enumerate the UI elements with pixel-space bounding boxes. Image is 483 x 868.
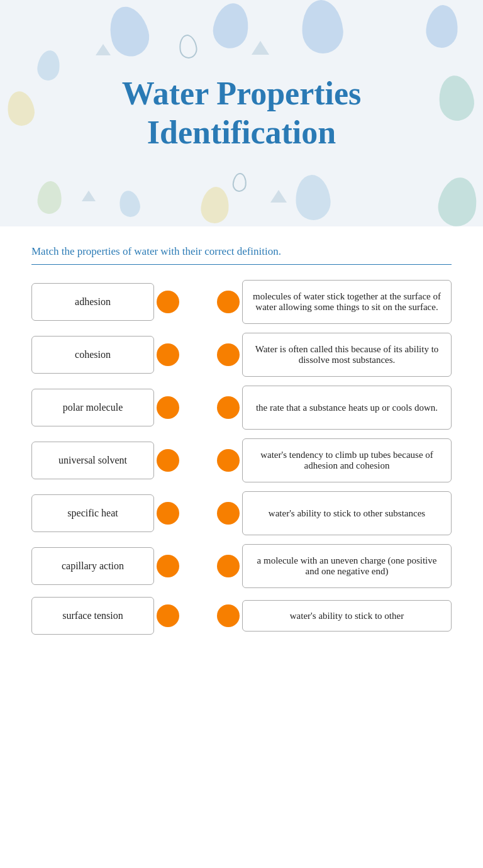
match-row-6: capillary action a molecule with an unev…: [31, 544, 452, 588]
term-box-surface-tension[interactable]: surface tension: [31, 597, 154, 635]
term-group-surface-tension: surface tension: [31, 597, 179, 635]
term-dot-universal[interactable]: [157, 449, 179, 472]
decoration-triangle: [96, 44, 111, 55]
def-box-5[interactable]: water's ability to stick to other substa…: [242, 491, 452, 535]
def-box-3[interactable]: the rate that a substance heats up or co…: [242, 386, 452, 430]
def-group-6: a molecule with an uneven charge (one po…: [217, 544, 452, 588]
match-row-3: polar molecule the rate that a substance…: [31, 386, 452, 430]
term-dot-capillary[interactable]: [157, 555, 179, 577]
term-box-universal[interactable]: universal solvent: [31, 442, 154, 479]
term-dot-cohesion[interactable]: [157, 343, 179, 366]
term-dot-polar[interactable]: [157, 396, 179, 419]
term-group-adhesion: adhesion: [31, 283, 179, 321]
def-group-7: water's ability to stick to other: [217, 600, 452, 632]
term-group-polar: polar molecule: [31, 389, 179, 426]
def-box-4[interactable]: water's tendency to climb up tubes becau…: [242, 438, 452, 482]
term-group-cohesion: cohesion: [31, 336, 179, 374]
term-box-polar[interactable]: polar molecule: [31, 389, 154, 426]
term-group-universal: universal solvent: [31, 442, 179, 479]
decoration-drop: [435, 174, 481, 226]
def-box-6[interactable]: a molecule with an uneven charge (one po…: [242, 544, 452, 588]
page-title: Water Properties Identification: [122, 74, 362, 153]
decoration-triangle: [252, 41, 269, 55]
term-dot-adhesion[interactable]: [157, 291, 179, 313]
decoration-drop: [294, 174, 332, 222]
def-dot-7[interactable]: [217, 604, 240, 627]
match-row-1: adhesion molecules of water stick togeth…: [31, 280, 452, 324]
def-dot-2[interactable]: [217, 343, 240, 366]
decoration-drop: [436, 74, 476, 123]
match-row-7: surface tension water's ability to stick…: [31, 597, 452, 635]
def-box-7[interactable]: water's ability to stick to other: [242, 600, 452, 632]
decoration-drop: [36, 180, 63, 214]
def-dot-1[interactable]: [217, 291, 240, 313]
decoration-drop: [117, 189, 142, 219]
def-box-2[interactable]: Water is often called this because of it…: [242, 333, 452, 377]
term-dot-specific-heat[interactable]: [157, 502, 179, 525]
decoration-triangle: [270, 190, 287, 203]
def-group-4: water's tendency to climb up tubes becau…: [217, 438, 452, 482]
decoration-drop: [36, 49, 62, 82]
term-box-specific-heat[interactable]: specific heat: [31, 494, 154, 532]
def-group-3: the rate that a substance heats up or co…: [217, 386, 452, 430]
match-row-2: cohesion Water is often called this beca…: [31, 333, 452, 377]
decoration-drop: [199, 186, 231, 225]
decoration-drop: [210, 1, 252, 51]
header-area: Water Properties Identification: [0, 0, 483, 226]
def-group-2: Water is often called this because of it…: [217, 333, 452, 377]
main-content: Match the properties of water with their…: [0, 226, 483, 868]
term-group-capillary: capillary action: [31, 547, 179, 585]
decoration-drop: [177, 33, 198, 60]
def-group-5: water's ability to stick to other substa…: [217, 491, 452, 535]
term-box-capillary[interactable]: capillary action: [31, 547, 154, 585]
term-box-cohesion[interactable]: cohesion: [31, 336, 154, 374]
def-dot-3[interactable]: [217, 396, 240, 419]
def-group-1: molecules of water stick together at the…: [217, 280, 452, 324]
decoration-drop: [5, 89, 37, 128]
def-dot-5[interactable]: [217, 502, 240, 525]
def-box-1[interactable]: molecules of water stick together at the…: [242, 280, 452, 324]
def-dot-4[interactable]: [217, 449, 240, 472]
decoration-drop: [104, 3, 154, 61]
decoration-drop: [299, 0, 345, 55]
term-box-adhesion[interactable]: adhesion: [31, 283, 154, 321]
term-dot-surface-tension[interactable]: [157, 604, 179, 627]
instruction-text: Match the properties of water with their…: [31, 245, 452, 265]
decoration-triangle: [82, 191, 96, 201]
term-group-specific-heat: specific heat: [31, 494, 179, 532]
decoration-drop: [425, 4, 460, 49]
match-row-4: universal solvent water's tendency to cl…: [31, 438, 452, 482]
middle-gap: [179, 301, 217, 303]
match-row-5: specific heat water's ability to stick t…: [31, 491, 452, 535]
decoration-drop: [232, 172, 248, 192]
def-dot-6[interactable]: [217, 555, 240, 577]
